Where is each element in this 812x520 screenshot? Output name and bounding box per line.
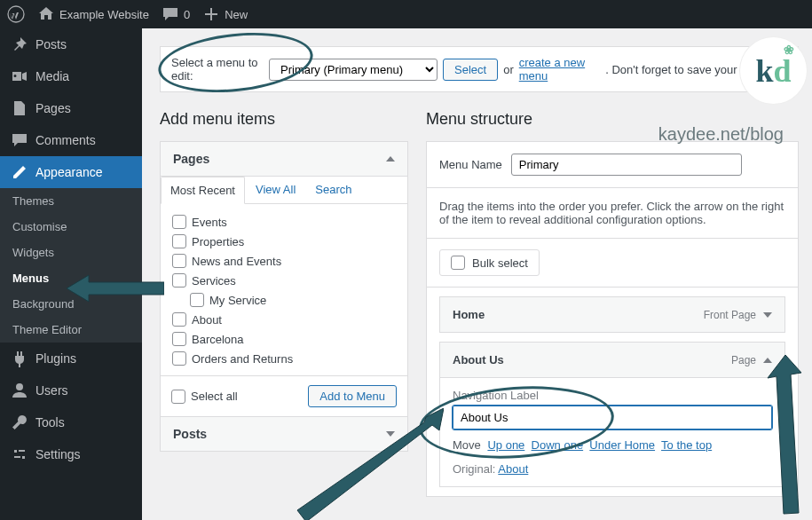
sidebar-label: Media <box>35 69 69 83</box>
checkbox-icon[interactable] <box>172 234 186 248</box>
page-checkbox-item[interactable]: Services <box>172 271 396 290</box>
checkbox-icon[interactable] <box>172 332 186 346</box>
sidebar-item-tools[interactable]: Tools <box>0 406 142 438</box>
menu-name-input[interactable] <box>511 154 742 176</box>
pages-panel-footer: Select all Add to Menu <box>161 375 407 416</box>
sidebar-item-pages[interactable]: Pages <box>0 92 142 124</box>
tab-view-all[interactable]: View All <box>247 177 304 203</box>
checkbox-icon[interactable] <box>171 390 185 404</box>
add-menu-items-column: Add menu items Pages Most Recent View Al… <box>160 110 408 497</box>
checkbox-icon[interactable] <box>190 293 204 307</box>
sidebar-label: Posts <box>35 37 67 51</box>
page-checkbox-item[interactable]: Events <box>172 212 396 232</box>
sidebar-item-media[interactable]: Media <box>0 60 142 92</box>
menu-item-type: Page <box>731 354 756 366</box>
page-item-label: News and Events <box>192 255 281 268</box>
or-text: or <box>503 63 514 76</box>
posts-panel-title: Posts <box>173 427 207 441</box>
checkbox-icon[interactable] <box>172 351 186 366</box>
checkbox-icon[interactable] <box>451 256 465 270</box>
nav-label-input[interactable] <box>453 406 772 429</box>
submenu-background[interactable]: Background <box>0 291 142 317</box>
bulk-select-label: Bulk select <box>472 256 528 270</box>
page-checkbox-item[interactable]: Barcelona <box>172 329 396 349</box>
menu-select-bar: Select a menu to edit: Primary (Primary … <box>160 46 799 92</box>
chevron-up-icon[interactable] <box>763 358 772 363</box>
comments-count: 0 <box>184 8 190 21</box>
submenu-themes[interactable]: Themes <box>0 188 142 214</box>
appearance-icon <box>11 163 28 181</box>
sidebar-item-plugins[interactable]: Plugins <box>0 343 142 374</box>
kd-logo-watermark: ❀ kd <box>740 37 807 104</box>
chevron-up-icon <box>386 156 395 162</box>
original-row: Original: About <box>453 462 772 476</box>
new-link[interactable]: New <box>202 5 248 23</box>
pages-panel-body: Most Recent View All Search Events Prope… <box>161 176 407 375</box>
menu-select-dropdown[interactable]: Primary (Primary menu) <box>269 59 438 81</box>
create-new-menu-link[interactable]: create a new menu <box>519 56 600 83</box>
media-icon <box>11 67 28 85</box>
menu-structure-box: Menu Name Drag the items into the order … <box>426 141 799 497</box>
sidebar-label: Tools <box>35 415 65 429</box>
site-link[interactable]: Example Website <box>37 5 149 23</box>
submenu-theme-editor[interactable]: Theme Editor <box>0 317 142 343</box>
page-checkbox-item[interactable]: News and Events <box>172 251 396 271</box>
move-down-one-link[interactable]: Down one <box>532 438 584 452</box>
add-to-menu-button[interactable]: Add to Menu <box>308 385 397 407</box>
page-item-label: About <box>192 313 222 327</box>
move-links: Move Up one Down one Under Home To the t… <box>453 438 772 452</box>
original-label: Original: <box>453 462 495 476</box>
menu-item-body: Navigation Label Move Up one Down one Un… <box>440 378 784 486</box>
original-link[interactable]: About <box>498 462 528 476</box>
menu-item-about-us: About Us Page Navigation Label Move Up o… <box>439 342 785 487</box>
checkbox-icon[interactable] <box>172 273 186 288</box>
submenu-widgets[interactable]: Widgets <box>0 240 142 265</box>
menu-item-home[interactable]: Home Front Page <box>439 296 785 333</box>
checkbox-icon[interactable] <box>172 254 186 268</box>
move-up-one-link[interactable]: Up one <box>487 438 524 452</box>
nav-label-label: Navigation Label <box>453 389 772 402</box>
page-item-label: Events <box>192 216 227 229</box>
pages-checklist[interactable]: Events Properties News and Events Servic… <box>171 211 397 366</box>
sidebar-item-posts[interactable]: Posts <box>0 28 142 60</box>
sidebar-label: Pages <box>35 101 71 115</box>
menu-item-title: Home <box>453 308 485 321</box>
menu-structure-column: Menu structure Menu Name Drag the items … <box>426 110 799 497</box>
submenu-menus[interactable]: Menus <box>0 265 142 291</box>
page-checkbox-item[interactable]: Properties <box>172 232 396 251</box>
sidebar-item-appearance[interactable]: Appearance <box>0 156 142 188</box>
page-checkbox-item[interactable]: About <box>172 310 396 329</box>
settings-icon <box>11 445 28 463</box>
add-items-accordion: Pages Most Recent View All Search Events… <box>160 141 408 452</box>
move-under-home-link[interactable]: Under Home <box>589 438 655 452</box>
sidebar-item-settings[interactable]: Settings <box>0 438 142 470</box>
bulk-select[interactable]: Bulk select <box>439 249 540 276</box>
pages-panel-header[interactable]: Pages <box>161 142 407 176</box>
select-button[interactable]: Select <box>443 59 498 81</box>
comments-link[interactable]: 0 <box>162 5 190 23</box>
posts-panel-header[interactable]: Posts <box>161 416 407 451</box>
pages-icon <box>11 99 28 117</box>
page-checkbox-item[interactable]: Orders and Returns <box>172 349 396 366</box>
sidebar-item-users[interactable]: Users <box>0 374 142 406</box>
leaf-icon: ❀ <box>784 43 794 57</box>
content-area: Select a menu to edit: Primary (Primary … <box>142 28 812 520</box>
menu-item-header[interactable]: About Us Page <box>440 343 784 378</box>
comments-icon <box>11 131 28 149</box>
move-label: Move <box>453 438 481 452</box>
submenu-customise[interactable]: Customise <box>0 214 142 240</box>
tab-most-recent[interactable]: Most Recent <box>161 177 245 204</box>
checkbox-icon[interactable] <box>172 215 186 229</box>
pages-tabs: Most Recent View All Search <box>161 177 407 204</box>
page-item-label: Barcelona <box>192 333 244 346</box>
move-to-top-link[interactable]: To the top <box>661 438 712 452</box>
wp-logo[interactable] <box>7 5 25 23</box>
select-all-label: Select all <box>191 390 238 403</box>
checkbox-icon[interactable] <box>172 312 186 327</box>
chevron-down-icon[interactable] <box>763 312 772 318</box>
sidebar-item-comments[interactable]: Comments <box>0 124 142 156</box>
page-checkbox-item[interactable]: My Service <box>172 290 396 310</box>
select-menu-label: Select a menu to edit: <box>171 56 264 83</box>
select-all-checkbox[interactable]: Select all <box>171 390 238 404</box>
tab-search[interactable]: Search <box>306 177 360 203</box>
